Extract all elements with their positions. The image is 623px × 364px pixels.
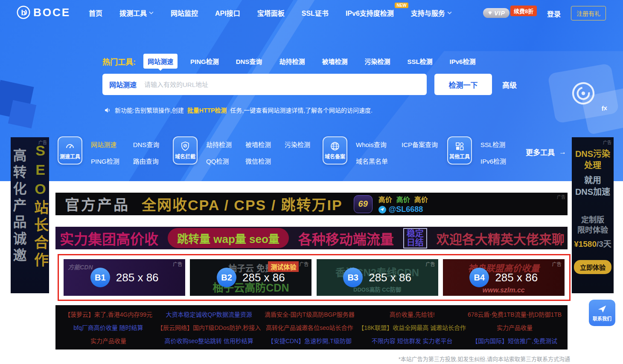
right-ad-line1: DNS污染 bbox=[575, 148, 610, 160]
tab-ping[interactable]: PING检测 bbox=[186, 54, 223, 69]
nav-item-bt-panel[interactable]: 宝塔面板 bbox=[257, 8, 285, 18]
top-navbar: b BOCE 首页 拨测工具 网站监控 API接口 宝塔面板 SSL证书 IPv… bbox=[0, 0, 623, 26]
try-now-button[interactable]: 立即体验 bbox=[574, 260, 611, 274]
check-button[interactable]: 检测一下 bbox=[434, 74, 492, 95]
link-ping[interactable]: PING检测 bbox=[91, 156, 119, 165]
slot-id-badge: B2 bbox=[217, 268, 236, 287]
announcement: 新功能:告别繁琐操作,创建批量HTTP检测任务,一键查看网站测速详情,了解各个网… bbox=[104, 106, 373, 114]
grid-icon bbox=[454, 141, 465, 151]
contact-us-button[interactable]: 联系我们 bbox=[589, 300, 615, 326]
search-row: 网站测速 检测一下 高级 bbox=[102, 74, 517, 95]
footer-ad-link[interactable]: 高价收量,先给钱! bbox=[358, 310, 466, 318]
ad-slot-b3[interactable]: 广告 香港CN2专线CDN DDOS高防 CC防御 B3 285 x 86 bbox=[317, 259, 438, 296]
login-link[interactable]: 登录 bbox=[547, 9, 561, 19]
tab-pollution[interactable]: 污染检测 bbox=[360, 54, 394, 69]
link-website-speed[interactable]: 网站测速 bbox=[91, 140, 119, 149]
nav-item-api[interactable]: API接口 bbox=[215, 8, 240, 18]
domain-block-box[interactable]: 域名拦截 bbox=[173, 136, 198, 165]
footer-ad-link[interactable]: 高价收购seo整站跳转 信用秒结算 bbox=[157, 336, 261, 345]
nav-item-support[interactable]: 支持与服务 bbox=[411, 8, 452, 18]
slot-id-badge: B4 bbox=[469, 268, 489, 287]
vip-label: VIP bbox=[494, 10, 505, 17]
ad-bg-text: www.szlm.cc bbox=[443, 286, 565, 294]
more-tools-link[interactable]: 更多工具 → bbox=[526, 147, 566, 157]
nav-item-ipv6-label: IPv6支持度检测 bbox=[346, 8, 394, 18]
nav-item-tools[interactable]: 拨测工具 bbox=[119, 8, 154, 18]
nav-item-home[interactable]: 首页 bbox=[89, 8, 102, 18]
nav-item-ssl[interactable]: SSL证书 bbox=[302, 8, 329, 18]
nav-right-cluster: VIP 续费8折 登录 注册有礼 bbox=[474, 0, 623, 26]
url-input[interactable] bbox=[143, 81, 420, 89]
right-ad-price-value: ¥1580 bbox=[574, 240, 597, 248]
ad-tag: 广告 bbox=[426, 260, 435, 267]
footer-ad-link[interactable]: 【国内国际】短信推广,免费测试 bbox=[466, 336, 563, 345]
other-tools-box[interactable]: 其他工具 bbox=[447, 136, 472, 165]
tab-ipv6[interactable]: IPv6检测 bbox=[445, 54, 480, 69]
footer-ad-link[interactable]: 【菠萝云】来了,香港4G内存99元 bbox=[60, 310, 157, 318]
hot-tools-row: 热门工具: 网站测速 PING检测 DNS查询 劫持检测 被墙检测 污染检测 S… bbox=[102, 54, 480, 69]
footer-ad-link[interactable]: 实力产品收量 bbox=[60, 336, 157, 345]
ad-banner-traffic[interactable]: 实力集团高价收 跳转量 wap量 seo量 各种移动端流量 稳定 日结 欢迎各大… bbox=[55, 227, 568, 249]
link-hijack[interactable]: 劫持检测 bbox=[206, 140, 232, 149]
footer-link-ads: 【菠萝云】来了,香港4G内存99元 大资本稳定诚收QP数据流量资源 滴盾安全-国… bbox=[55, 305, 568, 350]
footer-ad-link[interactable]: 实力产品收量 bbox=[466, 323, 563, 332]
footer-ad-link[interactable]: 【辰云网络】国内T级DDos防护,秒接入 bbox=[157, 323, 261, 332]
ad-slot-b1[interactable]: 广告 方能CDN B1 285 x 86 bbox=[64, 259, 185, 296]
link-route-query[interactable]: 路由查询 bbox=[133, 156, 160, 165]
link-whois[interactable]: Whois查询 bbox=[356, 140, 388, 149]
link-wechat-check[interactable]: 微信检测 bbox=[245, 156, 271, 165]
ad-slot-b4[interactable]: 广告 神舟联盟高价收量 www.szlm.cc B4 285 x 86 bbox=[443, 259, 565, 296]
right-side-ad[interactable]: 广告 DNS污染 处理 就用 DNS加速 定制版 限时体验 ¥1580/3天 立… bbox=[572, 137, 614, 293]
footer-ad-link[interactable]: 滴盾安全-国内T级高防BGP服务器 bbox=[261, 310, 358, 318]
announce-highlight[interactable]: 批量HTTP检测 bbox=[187, 106, 227, 114]
footer-ad-link[interactable]: 大资本稳定诚收QP数据流量资源 bbox=[157, 310, 261, 318]
nav-item-monitor[interactable]: 网站监控 bbox=[171, 8, 198, 18]
paper-plane-icon bbox=[597, 304, 607, 314]
tab-dns[interactable]: DNS查询 bbox=[232, 54, 267, 69]
footer-ad-link[interactable]: 高转化产品诚邀各位seo站长合作 bbox=[261, 323, 358, 332]
footer-ad-link[interactable]: 678云盾-免费1TB流量-抗D防御1TB bbox=[466, 310, 563, 318]
tab-hijack[interactable]: 劫持检测 bbox=[275, 54, 309, 69]
tab-blocked[interactable]: 被墙检测 bbox=[317, 54, 352, 69]
link-qq-check[interactable]: QQ检测 bbox=[206, 156, 232, 165]
domain-icp-links: Whois查询 域名黑名单 ICP备案查询 bbox=[356, 136, 438, 165]
slot-size-label: 285 x 86 bbox=[369, 271, 411, 284]
footer-ad-link[interactable]: 【18K联盟】收益全网最高 诚邀站长合作 bbox=[358, 323, 466, 332]
left-side-ad[interactable]: 广告 高转化产品诚邀 SEO站长合作 bbox=[11, 137, 49, 293]
vip-badge[interactable]: VIP bbox=[483, 8, 509, 18]
register-button[interactable]: 注册有礼 bbox=[571, 6, 606, 20]
footer-ad-link[interactable]: 不限内容 短信群发 实力老平台 bbox=[358, 336, 466, 345]
link-pollution[interactable]: 污染检测 bbox=[285, 140, 310, 149]
ad-banner-official[interactable]: 广告 官方产品 全网收CPA / CPS / 跳转万IP 69 高价 高价 高价… bbox=[55, 193, 568, 215]
right-ad-line2: 处理 bbox=[584, 160, 601, 171]
speed-tools-box[interactable]: 测速工具 bbox=[58, 136, 82, 165]
logo[interactable]: b BOCE bbox=[16, 5, 70, 20]
link-icp-query[interactable]: ICP备案查询 bbox=[402, 140, 438, 149]
footer-ad-link[interactable]: 【安捷CDN】急速秒開,T级防御 bbox=[261, 336, 358, 345]
ad-slot-b2[interactable]: 广告 柚子云 免费 测试体验 柚子云高防CDN B2 285 x 86 bbox=[190, 259, 312, 296]
link-blocked[interactable]: 被墙检测 bbox=[245, 140, 271, 149]
domain-block-links: 劫持检测 QQ检测 被墙检测 微信检测 污染检测 bbox=[206, 136, 310, 165]
announce-prefix: 新功能:告别繁琐操作,创建 bbox=[115, 106, 184, 114]
link-ipv6-check[interactable]: IPv6检测 bbox=[480, 156, 506, 165]
link-ssl-check[interactable]: SSL检测 bbox=[480, 140, 506, 149]
link-domain-blacklist[interactable]: 域名黑名单 bbox=[356, 156, 388, 165]
banner2-mid: 各种移动端流量 bbox=[298, 228, 394, 248]
domain-icp-box[interactable]: 域名备案 bbox=[323, 136, 347, 165]
banner1-offer: 全网收CPA / CPS / 跳转万IP bbox=[142, 194, 343, 214]
tool-group-speed: 测速工具 网站测速 PING检测 DNS查询 路由查询 bbox=[58, 136, 159, 165]
footer-ad-link[interactable]: bfq厂商高价收量 随时结算 bbox=[60, 323, 157, 332]
link-dns-query[interactable]: DNS查询 bbox=[133, 140, 160, 149]
tab-ssl[interactable]: SSL检测 bbox=[403, 54, 437, 69]
ad-bg-text: 方能CDN bbox=[68, 263, 93, 271]
other-tools-links: SSL检测 IPv6检测 bbox=[480, 136, 506, 165]
banner1-telegram-handle: @SL6688 bbox=[389, 205, 423, 214]
advanced-link[interactable]: 高级 bbox=[502, 79, 517, 90]
banner2-box: 稳定 日结 bbox=[403, 228, 427, 248]
fx-label: fx bbox=[601, 104, 608, 112]
tab-website-speed[interactable]: 网站测速 bbox=[143, 54, 178, 69]
announce-suffix: 任务,一键查看网站测速详情,了解各个网站的访问速度. bbox=[230, 106, 373, 114]
tool-group-icp: 域名备案 Whois查询 域名黑名单 ICP备案查询 bbox=[323, 136, 438, 165]
nav-item-ipv6[interactable]: IPv6支持度检测 NEW bbox=[346, 8, 394, 18]
renew-discount-badge[interactable]: 续费8折 bbox=[510, 6, 537, 16]
